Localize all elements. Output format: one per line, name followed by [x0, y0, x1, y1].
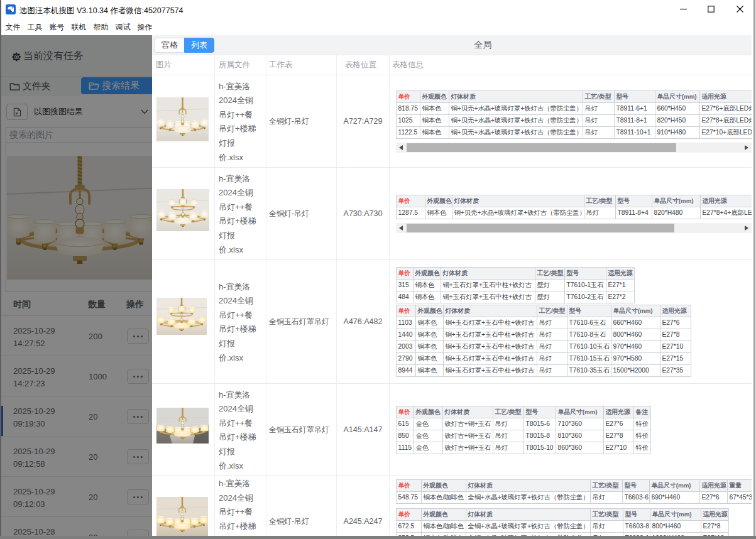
worksheet-name: 全铜灯-吊灯: [269, 116, 309, 127]
excel-col-header: 灯体材质: [449, 91, 583, 103]
maximize-button[interactable]: [697, 0, 725, 18]
app-window: 选图汪本机搜图 V3.10.34 作者微信:452077574 文件工具账号联机…: [0, 0, 756, 539]
excel-cell: E27*6+底部LED灯: [700, 103, 752, 115]
excel-cell: 吊灯: [537, 317, 567, 329]
excel-data-row: 850金色铁灯古+铜+玉石吊灯T8015-8810*360E27*8特价: [397, 430, 651, 442]
excel-col-header: 外观颜色: [420, 91, 449, 103]
excel-cell: 吊灯: [493, 442, 524, 454]
excel-info-table: 单价外观颜色灯体材质工艺/类型型号单品尺寸(mm)适用光源备注615金色铁灯古+…: [396, 406, 651, 454]
result-cell: 全铜玉石灯罩吊灯: [266, 260, 337, 383]
excel-cell: E27*10+底部LED灯: [700, 127, 752, 139]
excel-col-header: 单价: [397, 480, 422, 492]
excel-cell: 970*H460: [611, 341, 660, 353]
excel-cell: T6603-8: [623, 521, 650, 533]
cell-range: A476:A482: [337, 317, 389, 326]
excel-col-header: 外观颜色: [414, 268, 441, 280]
results-table-header: 图片 所属文件 工作表 表格位置 表格信息: [152, 55, 752, 75]
scroll-right-arrow[interactable]: [742, 143, 752, 153]
excel-data-row: 1440铜本色铜+玉石灯罩+玉石中柱+铁灯古吊灯T7610-8玉石800*H46…: [397, 329, 691, 341]
result-cell: A145:A147: [337, 384, 390, 476]
result-cell: [152, 476, 215, 536]
menu-item-4[interactable]: 帮助: [90, 19, 112, 35]
result-cell: 单价外观颜色灯体材质工艺/类型型号单品尺寸(mm)适用光源1287.5铜本色铜+…: [390, 168, 752, 259]
excel-col-header: 外观颜色: [422, 480, 466, 492]
worksheet-name: 全铜灯-吊灯: [269, 516, 309, 527]
worksheet-name: 全铜灯-吊灯: [269, 209, 309, 219]
result-cell: 全铜玉石灯罩吊灯: [266, 384, 337, 476]
scroll-left-arrow[interactable]: [396, 223, 406, 233]
menu-item-3[interactable]: 联机: [68, 19, 90, 35]
menu-item-2[interactable]: 账号: [46, 19, 68, 35]
tab-grid-view[interactable]: 宫格: [155, 38, 184, 53]
excel-col-header: 适用光源: [700, 91, 752, 103]
excel-cell: 660*H460: [611, 317, 660, 329]
horizontal-scrollbar[interactable]: [396, 223, 752, 233]
excel-col-header: 备注: [634, 406, 651, 418]
excel-cell: T8911-6+1: [615, 103, 655, 115]
excel-cell: E27*35: [660, 365, 691, 377]
excel-cell: E27*10: [604, 442, 634, 454]
excel-col-header: 型号: [567, 305, 611, 317]
minimize-button[interactable]: [669, 0, 697, 18]
excel-col-header: 型号: [565, 268, 606, 280]
scroll-right-arrow[interactable]: [742, 223, 752, 233]
window-bottom-edge: [0, 536, 756, 539]
menu-item-0[interactable]: 文件: [2, 19, 24, 35]
excel-cell: T6603-6: [623, 492, 650, 504]
excel-cell: 铜+玉石灯罩+玉石中柱+铁灯古: [444, 353, 537, 365]
excel-cell: E27*1: [606, 280, 635, 291]
excel-cell: 690*H460: [650, 492, 700, 504]
title-bar: 选图汪本机搜图 V3.10.34 作者微信:452077574: [0, 0, 756, 19]
excel-cell: 特价: [634, 442, 651, 454]
excel-cell: 吊灯: [591, 521, 623, 533]
excel-cell: E27*15: [660, 353, 691, 365]
result-cell: [152, 168, 215, 259]
scrollbar-thumb[interactable]: [407, 224, 674, 232]
excel-data-row: 1103铜本色铜+玉石灯罩+玉石中柱+铁灯古吊灯T7610-6玉石660*H46…: [397, 317, 691, 329]
excel-cell: 吊灯: [537, 341, 567, 353]
excel-cell: 吊灯: [537, 329, 567, 341]
tab-list-view[interactable]: 列表: [184, 38, 214, 53]
excel-data-row: 1115金色铁灯古+铜+玉石吊灯T8015-10860*360E27*10特价: [397, 442, 651, 454]
excel-cell: 800*H460: [611, 329, 660, 341]
result-row: h-宜美洛 2024全铜 吊灯++餐 吊灯+楼梯 灯报 价.xlsx全铜玉石灯罩…: [152, 384, 752, 476]
excel-cell: 1103: [397, 317, 416, 329]
excel-col-header: 适用光源: [701, 509, 729, 521]
excel-col-header: 单品尺寸(mm): [652, 195, 701, 207]
result-cell: 全铜灯-吊灯: [266, 168, 337, 259]
excel-col-header: 适用光源: [700, 480, 728, 492]
scrollbar-thumb[interactable]: [407, 143, 676, 152]
col-file: 所属文件: [215, 55, 266, 75]
excel-cell: 1287.5: [397, 207, 425, 219]
col-range: 表格位置: [337, 55, 390, 75]
excel-cell: E27*6: [700, 492, 728, 504]
excel-cell: 金色: [414, 442, 443, 454]
scroll-left-arrow[interactable]: [396, 143, 406, 153]
excel-info-table: 单价外观颜色灯体材质工艺/类型型号单品尺寸(mm)适用光源818.75铜本色铜+…: [396, 90, 752, 139]
excel-data-row: 315铜本色铜+玉石灯罩+玉石中柱+铁灯古壁灯T7610-1玉石E27*1: [397, 280, 635, 291]
menu-item-6[interactable]: 操作: [134, 19, 156, 35]
cell-range: A727:A729: [337, 117, 389, 126]
excel-cell: 铜本色/咖啡色: [422, 492, 466, 504]
menu-item-5[interactable]: 调试: [112, 19, 134, 35]
excel-cell: E27*8+底部LED灯: [700, 115, 752, 127]
excel-cell: T8015-6: [524, 418, 556, 430]
app-icon: [6, 4, 16, 14]
excel-cell: 铜+贝壳+水晶+玻璃灯罩+铁灯古（带防尘盖）: [449, 127, 583, 139]
col-info: 表格信息: [390, 55, 752, 75]
cell-range: A730:A730: [337, 209, 389, 218]
close-button[interactable]: [726, 0, 753, 18]
col-image: 图片: [152, 55, 215, 75]
source-file-name: h-宜美洛 2024全铜 吊灯++餐 吊灯+楼梯 灯报 价.xlsx: [219, 80, 256, 165]
excel-col-header: 单品尺寸(mm): [611, 305, 660, 317]
excel-col-header: 工艺/类型: [493, 406, 524, 418]
excel-data-row: 672.5铜本色/咖啡色全铜+水晶+玻璃灯罩+铁灯古（带防尘盖）吊灯T6603-…: [397, 521, 729, 533]
excel-cell: 铜+贝壳+水晶+玻璃灯罩+铁灯古（带防尘盖）: [452, 207, 584, 219]
excel-cell: T8911-8+4: [616, 207, 652, 219]
menu-item-1[interactable]: 工具: [24, 19, 46, 35]
excel-col-header: 外观颜色: [414, 406, 443, 418]
excel-cell: 铁灯古+铜+玉石: [443, 418, 493, 430]
result-row: h-宜美洛 2024全铜 吊灯++餐 吊灯+楼梯 灯报 价.xlsx全铜灯-吊灯…: [152, 476, 752, 536]
horizontal-scrollbar[interactable]: [396, 143, 752, 153]
excel-cell: E27*6: [604, 418, 634, 430]
